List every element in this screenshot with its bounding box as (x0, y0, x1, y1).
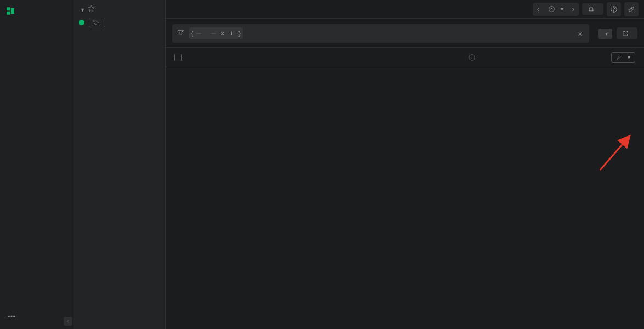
filter-icon (176, 29, 185, 38)
svg-point-3 (94, 21, 95, 22)
svg-point-0 (8, 316, 9, 317)
filter-bar: { × + } × ▾ (166, 19, 644, 47)
notifications-button[interactable] (582, 3, 603, 15)
top-bar: ‹ ▾ › (166, 0, 644, 19)
svg-point-6 (614, 10, 614, 11)
select-all-checkbox[interactable] (174, 54, 182, 61)
primary-nav-items (0, 22, 73, 308)
time-prev-button[interactable]: ‹ (533, 5, 544, 13)
edit-groups-button[interactable]: ▾ (611, 52, 635, 63)
time-next-button[interactable]: › (568, 5, 579, 13)
add-condition-button[interactable]: + (226, 29, 236, 38)
secondary-nav: ▾ (73, 0, 166, 329)
remove-filter-button[interactable]: × (221, 30, 224, 37)
logo[interactable] (0, 0, 73, 22)
nav-more[interactable] (0, 308, 73, 325)
entity-header: ▾ (73, 0, 165, 29)
chevron-down-icon: ▾ (81, 7, 84, 13)
chevron-down-icon: ▾ (628, 54, 630, 60)
help-button[interactable] (607, 2, 621, 16)
primary-nav-bottom (0, 308, 73, 329)
filter-expression[interactable]: { × + } (189, 27, 243, 39)
svg-point-1 (11, 316, 12, 317)
primary-nav (0, 0, 73, 329)
table-header: ▾ (166, 47, 644, 67)
filter-input[interactable]: { × + } × (172, 24, 589, 43)
svg-point-2 (14, 316, 15, 317)
entity-title[interactable]: ▾ (79, 7, 84, 13)
chevron-down-icon: ▾ (561, 6, 563, 12)
filter-tail: ▾ (594, 27, 637, 39)
clear-filters-button[interactable]: × (575, 29, 585, 38)
dots-icon (7, 312, 16, 321)
error-rows (166, 67, 644, 329)
chevron-down-icon: ▾ (605, 31, 608, 37)
health-status-dot (79, 20, 84, 25)
occurrences-info-icon[interactable] (466, 54, 477, 61)
share-link-button[interactable] (624, 2, 639, 16)
sort-by-select[interactable]: ▾ (598, 29, 612, 39)
secondary-nav-items (73, 29, 165, 329)
tags-chip[interactable] (89, 18, 105, 27)
time-picker[interactable]: ‹ ▾ › (533, 3, 579, 16)
star-icon[interactable] (87, 4, 95, 14)
collapse-nav-button[interactable] (64, 317, 72, 326)
global-inbox-button[interactable] (617, 27, 637, 39)
content-area: ‹ ▾ › { (166, 0, 644, 329)
